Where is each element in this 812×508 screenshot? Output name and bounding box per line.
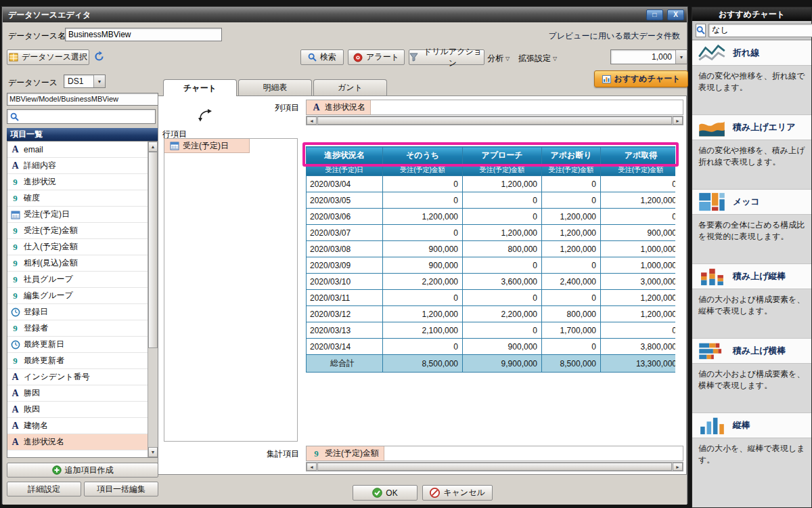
- pivot-header-cell[interactable]: 受注(予定)金額: [383, 165, 463, 176]
- field-item[interactable]: 9社員グループ: [7, 272, 149, 288]
- field-item[interactable]: 受注(予定)日: [7, 207, 149, 223]
- field-item[interactable]: A詳細内容: [7, 158, 149, 174]
- field-label: 進捗状況名: [24, 436, 64, 448]
- pivot-header-cell[interactable]: 受注(予定)金額: [463, 165, 542, 176]
- field-label: 登録日: [24, 306, 48, 318]
- pivot-cell: 0: [542, 176, 601, 192]
- field-item[interactable]: Aインシデント番号: [7, 369, 149, 385]
- pivot-cell: 2020/03/08: [307, 241, 383, 257]
- chart-suggestion-line[interactable]: 折れ線値の変化や推移を、折れ線で表現します。: [692, 40, 811, 114]
- field-item[interactable]: 9仕入(予定)金額: [7, 239, 149, 255]
- aggregate-items-hscrollbar[interactable]: ◄ ►: [306, 462, 683, 471]
- chart-search-input[interactable]: [708, 24, 812, 37]
- scroll-left-icon[interactable]: ◄: [307, 117, 317, 125]
- pivot-header-cell[interactable]: 受注(予定)金額: [542, 165, 601, 176]
- field-item[interactable]: Aemail: [7, 142, 149, 158]
- swap-axes-icon[interactable]: [198, 108, 212, 122]
- tab-chart[interactable]: チャート: [163, 79, 237, 96]
- date-field-icon: [169, 141, 179, 150]
- pivot-cell: 2020/03/09: [307, 257, 383, 274]
- extended-settings-menu[interactable]: 拡張設定 ▽: [518, 53, 557, 64]
- analysis-menu[interactable]: 分析 ▽: [487, 53, 510, 64]
- scroll-down-icon[interactable]: ▼: [148, 447, 158, 457]
- column-items-strip[interactable]: A 進捗状況名: [306, 100, 683, 115]
- field-item[interactable]: 9進捗状況: [7, 174, 149, 190]
- bulk-edit-button[interactable]: 項目一括編集: [84, 482, 158, 496]
- cancel-button[interactable]: キャンセル: [422, 485, 493, 501]
- field-item[interactable]: A進捗状況名: [7, 434, 149, 450]
- maximize-button[interactable]: □: [646, 9, 663, 20]
- pivot-header-cell[interactable]: 受注(予定)日: [307, 165, 383, 176]
- row-field-chip[interactable]: 受注(予定)日: [164, 139, 250, 153]
- chart-suggestion-stacked-column[interactable]: 積み上げ縦棒値の大小および構成要素を、縦棒で表現します。: [692, 263, 811, 338]
- refresh-icon[interactable]: [93, 51, 105, 62]
- column-field-chip[interactable]: A 進捗状況名: [307, 100, 371, 114]
- tab-gantt[interactable]: ガント: [313, 79, 387, 96]
- dropdown-arrow-icon[interactable]: ▼: [675, 50, 687, 64]
- dropdown-arrow-icon[interactable]: ▼: [93, 75, 105, 87]
- recommended-chart-button[interactable]: おすすめチャート: [594, 70, 688, 87]
- pivot-header-cell[interactable]: 受注(予定)金額: [601, 165, 676, 176]
- max-rows-dropdown[interactable]: 1,000 ▼: [610, 49, 687, 64]
- scroll-right-icon[interactable]: ►: [673, 117, 683, 125]
- field-item[interactable]: 9最終更新者: [7, 353, 149, 369]
- field-label: インシデント番号: [24, 371, 90, 383]
- column-items-hscrollbar[interactable]: ◄ ►: [306, 116, 683, 125]
- field-search-input[interactable]: [22, 110, 152, 123]
- screen: データソースエディタ □ X データソース名 プレビューに用いる最大データ件数 …: [0, 0, 812, 508]
- scrollbar-thumb[interactable]: [317, 463, 672, 471]
- datasource-editor-window: データソースエディタ □ X データソース名 プレビューに用いる最大データ件数 …: [2, 7, 687, 504]
- field-item[interactable]: 9確度: [7, 190, 149, 207]
- chart-description: 値の変化や推移を、積み上げ折れ線で表現します。: [692, 140, 811, 173]
- search-button[interactable]: 検索: [300, 49, 344, 65]
- chart-suggestion-mekko[interactable]: メッコ各要素の全体に占める構成比を視覚的に表現します。: [692, 189, 811, 263]
- alert-button[interactable]: アラート: [348, 49, 405, 65]
- field-item[interactable]: 9粗利(見込)金額: [7, 255, 149, 272]
- search-icon[interactable]: [696, 24, 706, 37]
- chart-suggestion-column[interactable]: 縦棒値の大小を、縦棒で表現します。: [692, 412, 811, 487]
- chart-suggestion-stacked-bar[interactable]: 積み上げ横棒値の大小および構成要素を、横棒で表現します。: [692, 338, 811, 412]
- scroll-left-icon[interactable]: ◄: [307, 463, 317, 471]
- field-item[interactable]: A建物名: [7, 418, 149, 434]
- add-item-button[interactable]: 追加項目作成: [7, 463, 158, 478]
- pivot-preview: 進捗状況名そのうちアプローチアポお断りアポ取得受注(予定)日受注(予定)金額受注…: [306, 146, 675, 373]
- field-label: 仕入(予定)金額: [24, 241, 78, 253]
- ok-button[interactable]: OK: [353, 485, 418, 501]
- datasource-select[interactable]: DS1 ▼: [64, 75, 106, 88]
- scrollbar-thumb[interactable]: [317, 117, 672, 125]
- pivot-header-cell[interactable]: 進捗状況名: [307, 147, 383, 165]
- datasource-name-input[interactable]: [66, 28, 221, 41]
- field-item[interactable]: 9編集グループ: [7, 288, 149, 304]
- close-button[interactable]: X: [667, 9, 684, 20]
- pivot-cell: 0: [542, 257, 601, 274]
- field-list-scrollbar[interactable]: ▲ ▼: [148, 142, 158, 457]
- select-datasource-button[interactable]: データソース選択: [7, 49, 89, 65]
- field-item[interactable]: 9登録者: [7, 320, 149, 337]
- pivot-header-cell[interactable]: アプローチ: [463, 147, 542, 165]
- scroll-right-icon[interactable]: ►: [673, 463, 683, 471]
- column-icon: [696, 415, 727, 436]
- scrollbar-thumb[interactable]: [148, 152, 158, 348]
- aggregate-field-chip[interactable]: 9 受注(予定)金額: [307, 446, 384, 461]
- title-bar[interactable]: データソースエディタ □ X: [3, 7, 687, 22]
- field-label: 編集グループ: [24, 290, 73, 301]
- tab-detail-table[interactable]: 明細表: [238, 79, 312, 96]
- chart-suggestion-stacked-area[interactable]: 積み上げエリア値の変化や推移を、積み上げ折れ線で表現します。: [692, 114, 811, 189]
- pivot-header-cell[interactable]: アポ取得: [601, 147, 676, 165]
- field-item[interactable]: 登録日: [7, 304, 149, 320]
- scroll-up-icon[interactable]: ▲: [148, 142, 158, 152]
- field-item[interactable]: A勝因: [7, 385, 149, 402]
- aggregate-items-strip[interactable]: 9 受注(予定)金額: [306, 446, 683, 461]
- pivot-cell: 0: [463, 290, 542, 306]
- pivot-header-cell[interactable]: そのうち: [383, 147, 463, 165]
- pivot-cell: 0: [383, 339, 463, 355]
- detail-settings-button[interactable]: 詳細設定: [7, 482, 81, 496]
- pivot-header-cell[interactable]: アポお断り: [542, 147, 601, 165]
- field-item[interactable]: 最終更新日: [7, 337, 149, 353]
- field-label: 受注(予定)金額: [24, 225, 78, 236]
- row-items-strip[interactable]: 受注(予定)日: [164, 138, 298, 442]
- field-item[interactable]: 9受注(予定)金額: [7, 223, 149, 239]
- drill-action-button[interactable]: ドリルアクション: [409, 49, 484, 65]
- field-item[interactable]: A敗因: [7, 402, 149, 418]
- field-label: 建物名: [24, 420, 48, 431]
